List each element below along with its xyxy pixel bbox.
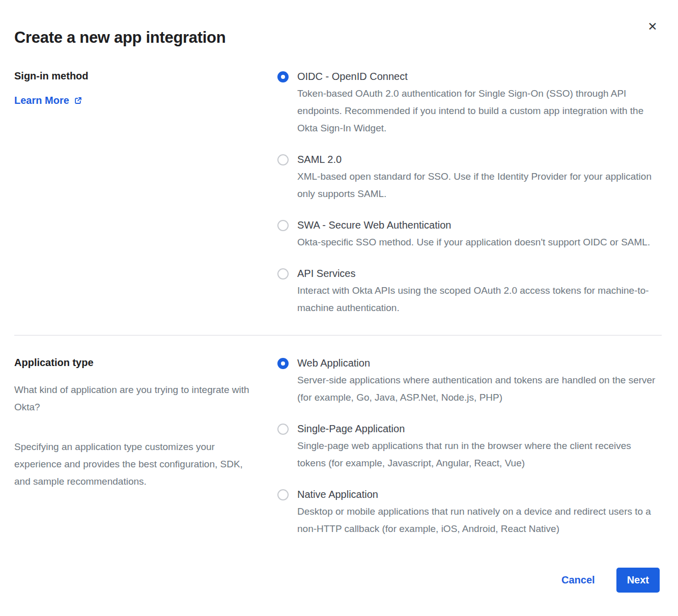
application-type-note: Specifying an application type customize… xyxy=(14,438,259,490)
radio-swa[interactable] xyxy=(277,220,289,231)
signin-option-description: Token-based OAuth 2.0 authentication for… xyxy=(297,85,660,137)
radio-oidc[interactable] xyxy=(277,71,289,82)
apptype-option-description: Server-side applications where authentic… xyxy=(297,372,660,406)
apptype-left-column: Application type What kind of applicatio… xyxy=(14,356,263,538)
application-type-heading: Application type xyxy=(14,356,263,369)
signin-option-description: XML-based open standard for SSO. Use if … xyxy=(297,168,660,203)
application-type-question: What kind of application are you trying … xyxy=(14,381,259,416)
radio-single-page-application[interactable] xyxy=(277,424,289,435)
signin-method-section: Sign-in method Learn More OIDC - OpenID … xyxy=(0,69,678,317)
radio-api-services[interactable] xyxy=(277,268,289,279)
signin-option-description: Interact with Okta APIs using the scoped… xyxy=(297,282,660,317)
signin-options-group: OIDC - OpenID Connect Token-based OAuth … xyxy=(277,69,660,317)
apptype-option-label: Single-Page Application xyxy=(297,422,660,436)
signin-option-label: OIDC - OpenID Connect xyxy=(297,69,660,83)
signin-option-label: SWA - Secure Web Authentication xyxy=(297,218,650,232)
radio-native-application[interactable] xyxy=(277,489,289,500)
apptype-option-spa[interactable]: Single-Page Application Single-page web … xyxy=(277,422,660,472)
signin-option-oidc[interactable]: OIDC - OpenID Connect Token-based OAuth … xyxy=(277,69,660,137)
signin-option-swa[interactable]: SWA - Secure Web Authentication Okta-spe… xyxy=(277,218,660,251)
signin-option-label: API Services xyxy=(297,266,660,281)
page-title: Create a new app integration xyxy=(0,0,678,47)
signin-option-label: SAML 2.0 xyxy=(297,152,660,166)
dialog-footer: Cancel Next xyxy=(561,568,660,593)
apptype-option-label: Native Application xyxy=(297,487,660,501)
external-link-icon xyxy=(74,96,82,105)
learn-more-link[interactable]: Learn More xyxy=(14,95,82,106)
signin-option-description: Okta-specific SSO method. Use if your ap… xyxy=(297,234,650,251)
signin-left-column: Sign-in method Learn More xyxy=(14,69,263,317)
close-icon[interactable]: ✕ xyxy=(644,18,661,35)
apptype-option-web[interactable]: Web Application Server-side applications… xyxy=(277,356,660,406)
radio-web-application[interactable] xyxy=(277,358,289,369)
next-button[interactable]: Next xyxy=(616,568,660,593)
apptype-option-label: Web Application xyxy=(297,356,660,370)
signin-method-heading: Sign-in method xyxy=(14,69,263,82)
apptype-option-description: Desktop or mobile applications that run … xyxy=(297,503,660,538)
section-divider xyxy=(14,335,662,335)
radio-saml[interactable] xyxy=(277,154,289,165)
cancel-button[interactable]: Cancel xyxy=(561,574,595,586)
apptype-option-description: Single-page web applications that run in… xyxy=(297,437,660,472)
learn-more-label: Learn More xyxy=(14,95,69,106)
application-type-section: Application type What kind of applicatio… xyxy=(0,356,678,538)
signin-option-api-services[interactable]: API Services Interact with Okta APIs usi… xyxy=(277,266,660,317)
signin-option-saml[interactable]: SAML 2.0 XML-based open standard for SSO… xyxy=(277,152,660,203)
apptype-option-native[interactable]: Native Application Desktop or mobile app… xyxy=(277,487,660,538)
apptype-options-group: Web Application Server-side applications… xyxy=(277,356,660,538)
